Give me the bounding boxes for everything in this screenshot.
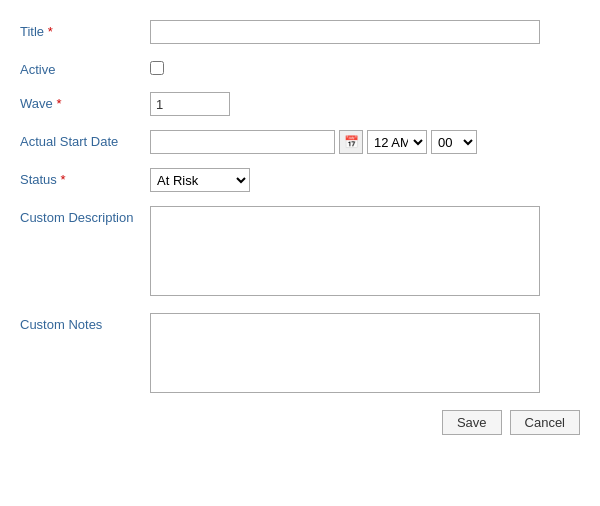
custom-notes-row: Custom Notes [20,313,580,396]
date-input[interactable] [150,130,335,154]
title-input[interactable] [150,20,540,44]
start-date-label: Actual Start Date [20,130,150,149]
status-control: At Risk On Track Off Track Complete [150,168,580,192]
form-container: Title * Active Wave * Actual Start Date [0,0,600,445]
custom-notes-control [150,313,580,396]
status-row: Status * At Risk On Track Off Track Comp… [20,168,580,192]
active-checkbox[interactable] [150,61,164,75]
calendar-icon: 📅 [344,135,359,149]
cancel-button[interactable]: Cancel [510,410,580,435]
start-date-control: 📅 12 AM 1 AM 2 AM 3 AM 4 AM 5 AM 6 AM 7 … [150,130,580,154]
button-row: Save Cancel [20,410,580,435]
title-row: Title * [20,20,580,44]
status-select[interactable]: At Risk On Track Off Track Complete [150,168,250,192]
active-label: Active [20,58,150,77]
wave-control [150,92,580,116]
wave-input[interactable] [150,92,230,116]
save-button[interactable]: Save [442,410,502,435]
title-control [150,20,580,44]
custom-description-textarea[interactable] [150,206,540,296]
time-hour-select[interactable]: 12 AM 1 AM 2 AM 3 AM 4 AM 5 AM 6 AM 7 AM… [367,130,427,154]
active-row: Active [20,58,580,78]
custom-notes-label: Custom Notes [20,313,150,332]
active-control [150,58,580,78]
start-date-row: Actual Start Date 📅 12 AM 1 AM 2 AM 3 AM… [20,130,580,154]
custom-description-control [150,206,580,299]
custom-description-row: Custom Description [20,206,580,299]
wave-row: Wave * [20,92,580,116]
wave-label: Wave * [20,92,150,111]
time-minute-select[interactable]: 00 15 30 45 [431,130,477,154]
title-label: Title * [20,20,150,39]
custom-notes-textarea[interactable] [150,313,540,393]
custom-description-label: Custom Description [20,206,150,225]
status-label: Status * [20,168,150,187]
calendar-button[interactable]: 📅 [339,130,363,154]
